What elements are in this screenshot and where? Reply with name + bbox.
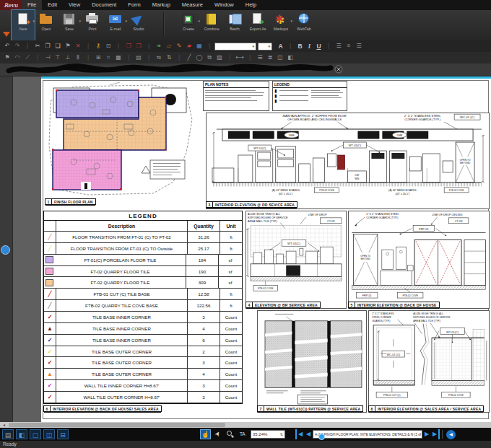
file-access-icon[interactable]: ▢ <box>30 429 41 439</box>
columns-icon[interactable]: ◧ <box>285 53 295 63</box>
list-icon[interactable]: ☰ <box>255 53 265 63</box>
align-bottom-icon[interactable]: ⊥ <box>63 53 73 63</box>
pdf-pages-2-icon[interactable]: ❒ <box>134 41 144 51</box>
long-arrow-icon[interactable]: ⟷ <box>235 53 245 63</box>
align-center-icon[interactable]: ≡ <box>344 41 354 51</box>
printer-icon <box>85 13 100 25</box>
eraser-icon[interactable]: ▱ <box>164 41 174 51</box>
save-button[interactable]: ▾Save <box>58 10 81 40</box>
markups-button[interactable]: ✱ ▾Markups <box>269 10 292 40</box>
measure-menu-item[interactable]: Measure <box>176 0 209 10</box>
tab-close-icon[interactable] <box>335 66 342 73</box>
image-grid-icon[interactable]: ▦ <box>194 41 204 51</box>
undo-icon[interactable]: ↶ <box>2 41 12 51</box>
highlight-icon[interactable]: ▰ <box>184 41 194 51</box>
snapshot-icon[interactable]: ⊡ <box>103 41 113 51</box>
italic-button[interactable]: I <box>305 43 314 50</box>
cut-icon[interactable]: ✂ <box>32 41 43 51</box>
pen-icon[interactable]: ✎ <box>174 41 184 51</box>
svg-text:(63" x 26.5"): (63" x 26.5") <box>279 193 293 196</box>
copy-icon[interactable]: ❐ <box>43 41 53 51</box>
page-label-combo[interactable]: A-2.0 FINISH FLOOR PLAN, INTE ELEVATIONS… <box>313 430 422 439</box>
grid-icon[interactable]: ⊞ <box>93 53 103 63</box>
pdf-pages-icon[interactable]: ❒ <box>123 41 134 51</box>
print-button[interactable]: Print <box>81 10 104 40</box>
polyline-icon[interactable]: ⟋ <box>22 53 32 63</box>
hatch-icon[interactable]: ▨ <box>214 53 225 63</box>
pdf-sheet[interactable]: 1 FINISH FLOOR PLAN PLAN NOTES LEGEND ▮ … <box>41 77 491 422</box>
studio-button[interactable]: Studio <box>127 10 150 40</box>
document-menu-item[interactable]: Document <box>86 0 122 10</box>
numbered-list-icon[interactable]: ≣ <box>265 53 275 63</box>
split-vertical-icon[interactable]: ◫ <box>43 429 55 439</box>
flip-vertical-icon[interactable]: ⇅ <box>164 53 174 63</box>
select-tool-button[interactable]: ➤ <box>212 429 223 439</box>
open-button[interactable]: Open <box>35 10 58 40</box>
table-row: FT-02 QUARRY FLOOR TILE 309 sf <box>44 277 242 289</box>
font-combo[interactable]: ▾ <box>214 43 256 50</box>
rows-icon[interactable]: ▤ <box>134 53 144 63</box>
thumbnails-icon[interactable]: ▤ <box>2 429 14 439</box>
arc-icon[interactable]: ◠ <box>12 53 22 63</box>
align-right-icon[interactable]: ☰ <box>354 41 364 51</box>
window-menu-item[interactable]: Window <box>209 0 240 10</box>
key-icon[interactable]: ⚷ <box>93 41 103 51</box>
markup-menu-item[interactable]: Markup <box>147 0 176 10</box>
font-size-combo[interactable]: ▾ <box>258 43 272 50</box>
webtab-button[interactable]: WebTab <box>292 10 316 40</box>
align-top-icon[interactable]: ⊤ <box>53 53 63 63</box>
export-as-button[interactable]: Export As <box>246 10 269 40</box>
circle-icon[interactable]: ◯ <box>194 53 204 63</box>
email-button[interactable]: ✉ ▾E-mail <box>104 10 127 40</box>
edit-menu-item[interactable]: Edit <box>42 0 63 10</box>
flag-icon[interactable]: ⚑ <box>2 53 12 63</box>
leaf-icon[interactable]: ❧ <box>154 41 164 51</box>
pan-tool-button[interactable]: ☝ <box>200 429 211 439</box>
horizontal-scrollbar[interactable]: ◂ <box>0 422 491 428</box>
new-button[interactable]: ✦ ▾New <box>12 10 35 40</box>
zoom-level-combo[interactable]: 35.24%⇅ <box>251 430 285 439</box>
select-text-button[interactable]: TA <box>237 429 248 439</box>
distribute-icon[interactable]: ⫴ <box>73 53 83 63</box>
create-button[interactable]: ▾Create <box>177 10 200 40</box>
bookmarks-icon[interactable]: ◧ <box>16 429 27 439</box>
delete-icon[interactable]: ✕ <box>73 41 83 51</box>
bold-button[interactable]: B <box>295 43 305 50</box>
file-menu-item[interactable]: File <box>22 0 42 10</box>
align-left-icon[interactable]: ☰ <box>334 41 344 51</box>
snap-icon[interactable]: ⌗ <box>103 53 113 63</box>
panel-expand-handle[interactable] <box>1 245 10 255</box>
combine-button[interactable]: Combine <box>200 10 223 40</box>
align-left-edge-icon[interactable]: ⊣ <box>43 53 53 63</box>
previous-view-button[interactable]: ◀ <box>446 430 456 439</box>
layers-icon[interactable]: ⧉ <box>204 53 214 63</box>
flag-icon[interactable]: ⚑ <box>63 41 73 51</box>
zoom-tool-button[interactable] <box>225 429 235 439</box>
next-page-button[interactable]: ▶ <box>422 429 431 439</box>
paste-icon[interactable]: ❏ <box>53 41 63 51</box>
cells-icon[interactable]: ▦ <box>113 53 123 63</box>
redo-icon[interactable]: ↷ <box>12 41 22 51</box>
svg-text:AREA WALL TILE (TYP.): AREA WALL TILE (TYP.) <box>413 320 440 322</box>
font-color-button[interactable]: A <box>276 43 285 50</box>
batch-button[interactable]: Batch <box>223 10 246 40</box>
svg-text:DMB: DMB <box>396 134 402 137</box>
help-menu-item[interactable]: Help <box>240 0 262 10</box>
underline-button[interactable]: U <box>314 43 323 50</box>
line-icon[interactable]: ╱ <box>184 53 194 63</box>
scrollbar-thumb[interactable] <box>9 423 225 427</box>
split-horizontal-icon[interactable]: ⊟ <box>57 429 69 439</box>
scroll-left-icon[interactable]: ◂ <box>1 422 7 428</box>
scroll-position-dot[interactable] <box>318 434 325 440</box>
last-page-button[interactable]: ▶ <box>431 429 440 439</box>
view-menu-item[interactable]: View <box>63 0 86 10</box>
flip-horizontal-icon[interactable]: ⇋ <box>154 53 164 63</box>
first-page-button[interactable]: ◀ <box>295 429 304 439</box>
app-logo[interactable]: Revu <box>0 0 22 10</box>
table-icon[interactable]: ◫ <box>275 53 285 63</box>
previous-page-button[interactable]: ◀ <box>304 429 313 439</box>
separator-icon: ❘ <box>83 53 93 63</box>
quick-access-caret-icon[interactable] <box>3 32 10 37</box>
document-tab[interactable] <box>4 62 351 76</box>
form-menu-item[interactable]: Form <box>122 0 147 10</box>
